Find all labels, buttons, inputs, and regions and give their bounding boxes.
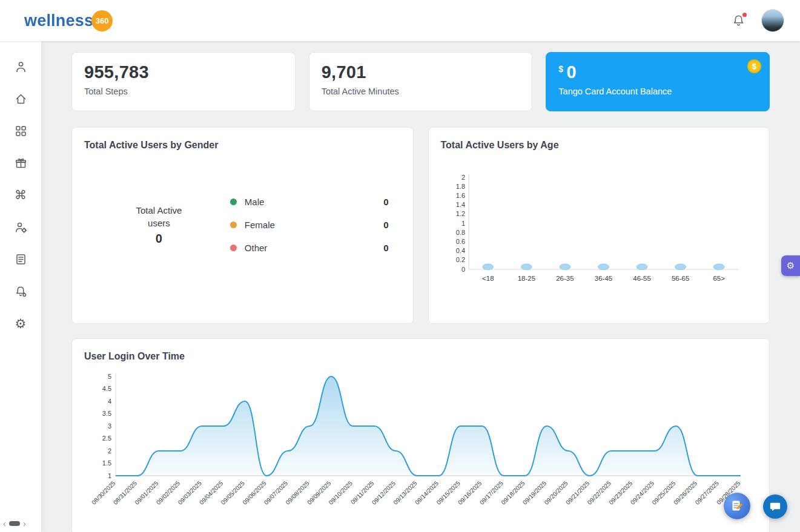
svg-text:26-35: 26-35: [556, 275, 574, 282]
sidebar-item-home[interactable]: [13, 91, 28, 106]
login-chart-card: User Login Over Time 11.522.533.544.5508…: [71, 338, 770, 532]
sidebar-collapse-control[interactable]: ‹ ›: [3, 518, 26, 528]
chat-bubble-icon: [769, 501, 781, 513]
svg-text:4.5: 4.5: [102, 385, 111, 392]
collapse-left-icon[interactable]: ‹: [3, 518, 6, 528]
svg-text:4: 4: [108, 398, 111, 405]
svg-text:1: 1: [461, 220, 464, 227]
tango-balance-label: Tango Card Account Balance: [558, 87, 757, 96]
svg-text:0.4: 0.4: [455, 247, 464, 254]
female-dot-icon: [230, 222, 237, 228]
sidebar-nav: ⌘ ⚙ ‹ ›: [0, 41, 41, 532]
gender-chart-card: Total Active Users by Gender Total Activ…: [71, 127, 414, 324]
user-icon: [15, 61, 27, 73]
svg-text:56-65: 56-65: [671, 275, 689, 282]
legend-item-male[interactable]: Male 0: [230, 197, 389, 207]
tango-balance-value: $ 0: [558, 62, 757, 82]
other-dot-icon: [230, 245, 237, 251]
widget-gear-icon: ⚙: [787, 260, 795, 271]
notification-settings-icon: [15, 285, 27, 298]
dashboard-grid-icon: [15, 125, 27, 137]
sidebar-item-settings[interactable]: ⚙: [13, 316, 28, 330]
sidebar-item-user-settings[interactable]: [13, 220, 28, 234]
balance-amount: 0: [566, 62, 576, 82]
age-chart-card: Total Active Users by Age 00.20.40.60.81…: [428, 127, 770, 324]
total-active-minutes-value: 9,701: [322, 62, 520, 82]
gender-total-label: Total Active users: [130, 204, 188, 229]
survey-fab-button[interactable]: [724, 493, 750, 519]
total-steps-value: 955,783: [84, 62, 283, 82]
female-value: 0: [383, 220, 388, 230]
other-label: Other: [245, 243, 268, 253]
svg-text:5: 5: [108, 373, 111, 380]
gender-total-block: Total Active users 0: [88, 204, 230, 246]
male-dot-icon: [230, 199, 237, 205]
svg-text:2: 2: [461, 174, 464, 181]
svg-text:65>: 65>: [713, 275, 725, 282]
logo-360-badge: 360: [91, 10, 113, 31]
svg-text:0: 0: [461, 266, 464, 273]
avatar[interactable]: [761, 9, 784, 32]
legend-item-other[interactable]: Other 0: [230, 243, 389, 253]
svg-text:46-55: 46-55: [633, 275, 650, 282]
collapse-right-icon[interactable]: ›: [23, 518, 26, 528]
sidebar-item-forms[interactable]: [13, 252, 28, 266]
svg-text:1.2: 1.2: [455, 210, 464, 217]
sidebar-item-notification-settings[interactable]: [13, 284, 28, 298]
age-chart-title: Total Active Users by Age: [441, 140, 758, 151]
gender-chart-body: Total Active users 0 Male 0 Female 0: [84, 151, 401, 299]
charts-row: Total Active Users by Gender Total Activ…: [71, 127, 770, 324]
svg-text:1.4: 1.4: [455, 201, 464, 208]
notifications-bell-icon[interactable]: [732, 14, 745, 28]
svg-text:0.6: 0.6: [455, 238, 464, 245]
svg-text:18-25: 18-25: [517, 275, 535, 282]
svg-text:36-45: 36-45: [594, 275, 612, 282]
sidebar-item-command[interactable]: ⌘: [13, 188, 28, 202]
gender-total-value: 0: [156, 232, 162, 246]
coin-dollar-glyph: $: [752, 62, 756, 71]
total-steps-label: Total Steps: [84, 87, 283, 96]
top-bar: wellness 360: [0, 0, 800, 41]
sidebar-item-rewards[interactable]: [13, 156, 28, 170]
svg-text:3.5: 3.5: [102, 410, 111, 417]
male-value: 0: [383, 197, 388, 207]
main-content: 955,783 Total Steps 9,701 Total Active M…: [41, 41, 800, 532]
sidebar-item-dashboard[interactable]: [13, 123, 28, 138]
stats-row: 955,783 Total Steps 9,701 Total Active M…: [71, 52, 770, 111]
svg-text:0.8: 0.8: [455, 229, 464, 236]
app-logo[interactable]: wellness 360: [24, 10, 113, 31]
tango-balance-card: $ 0 Tango Card Account Balance $: [546, 52, 770, 111]
settings-gear-icon: ⚙: [15, 317, 27, 330]
svg-text:0.2: 0.2: [455, 256, 464, 263]
female-label: Female: [245, 220, 275, 230]
user-settings-icon: [15, 221, 27, 234]
gender-chart-title: Total Active Users by Gender: [84, 140, 401, 151]
command-icon: ⌘: [15, 189, 27, 201]
svg-text:2: 2: [108, 447, 111, 455]
notification-dot: [742, 13, 747, 17]
svg-text:2.5: 2.5: [102, 435, 111, 442]
sidebar-item-user[interactable]: [13, 59, 28, 74]
logo-text: wellness: [24, 11, 93, 30]
svg-text:1.8: 1.8: [455, 183, 464, 190]
svg-text:1.6: 1.6: [455, 192, 464, 199]
total-active-minutes-card: 9,701 Total Active Minutes: [309, 52, 533, 111]
login-area-chart: 11.522.533.544.5508/30/202508/31/202509/…: [84, 370, 750, 514]
widget-settings-button[interactable]: ⚙: [781, 255, 800, 276]
currency-symbol: $: [558, 64, 563, 74]
collapse-handle-icon[interactable]: [9, 521, 20, 526]
total-steps-card: 955,783 Total Steps: [71, 52, 296, 111]
age-bar-chart: 00.20.40.60.811.21.41.61.82<1818-2526-35…: [441, 170, 747, 290]
legend-item-female[interactable]: Female 0: [230, 220, 389, 230]
chat-fab-button[interactable]: [763, 494, 787, 519]
forms-list-icon: [15, 253, 27, 266]
login-chart-title: User Login Over Time: [84, 351, 757, 362]
home-icon: [15, 93, 27, 105]
svg-text:1.5: 1.5: [102, 459, 111, 467]
other-value: 0: [383, 243, 388, 253]
male-label: Male: [245, 197, 265, 207]
gender-legend: Male 0 Female 0 Other 0: [230, 184, 397, 266]
svg-text:<18: <18: [482, 275, 494, 282]
coin-dollar-icon: $: [747, 59, 761, 73]
svg-text:1: 1: [108, 472, 111, 479]
